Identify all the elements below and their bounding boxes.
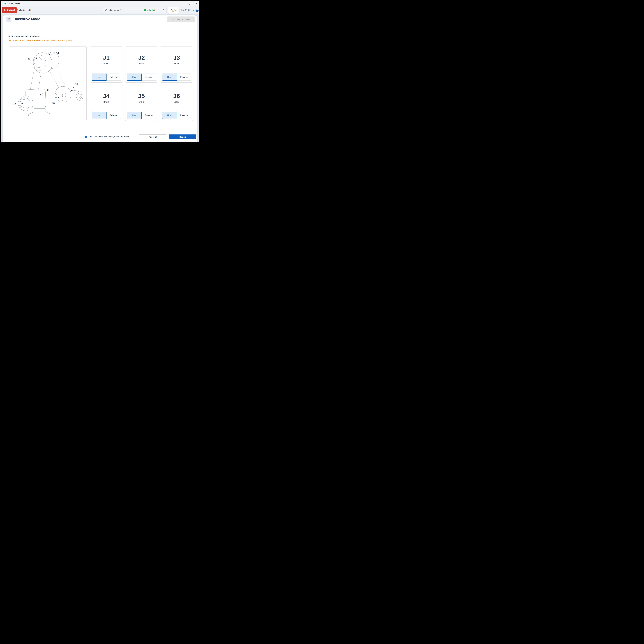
robot-selector-group: robot-param-01 aabaf86f [102,7,167,14]
open-file-button[interactable] [160,7,166,14]
info-icon [84,136,87,138]
title-bar: Dr.Dart-Platform [1,1,199,6]
hold-button-j2[interactable]: Hold [127,74,142,81]
maximize-button[interactable] [188,2,192,6]
diagram-label-j3: J3 [28,57,31,60]
warning-text: When the joint brake is released, the jo… [13,39,72,42]
j5-housing [53,85,73,104]
joint-card-j5: J5 Brake Hold Release [125,85,158,121]
joint-sub-label: Brake [90,62,123,65]
check-circle-icon [144,9,146,11]
tool-button[interactable]: Tool [168,7,179,14]
robot-selector[interactable]: robot-param-01 aabaf86f [102,7,160,14]
power-off-button[interactable]: Power Off [139,134,167,139]
joint-sub-label: Brake [160,101,193,103]
brake-toggle-j5: Hold Release [127,112,156,119]
joint-card-j2: J2 Brake Hold Release [125,46,158,83]
hold-button-j6[interactable]: Hold [162,112,177,119]
joint-card-j1: J1 Brake Hold Release [90,46,123,83]
toolbar: Special Backdrive Hold robot-param-01 aa… [1,6,199,14]
platform-swirl-icon[interactable] [195,9,199,12]
robot-name: robot-param-01 [108,9,122,11]
hold-button-j5[interactable]: Hold [127,112,142,119]
joint-name: J5 [125,92,158,99]
j2-housing [18,96,33,111]
clock[interactable]: PM 06:41 [180,6,190,14]
special-mode-badge[interactable]: Special [2,7,17,13]
app-logo-tile [4,2,7,5]
page-title: Backdrive Mode [14,17,40,21]
joint-name: J2 [125,54,158,61]
hold-button-j4[interactable]: Hold [92,112,107,119]
restart-button[interactable]: Restart [169,134,196,139]
chevron-down-icon[interactable] [156,9,158,12]
status-badge: aabaf86f [144,9,155,11]
app-title: Dr.Dart-Platform [8,1,20,6]
joint-name: J1 [90,54,123,61]
diagram-label-j4: J4 [56,52,59,55]
base-flange [28,112,51,116]
hand-guide-icon [3,8,6,12]
special-label: Special [7,9,15,11]
app-swirl-icon [4,2,6,5]
screenshot-frame: Dr.Dart-Platform Special Backdrive Hold … [0,0,200,143]
joint-card-grid: J1 Brake Hold Release J2 Brake Hold Rele… [90,46,193,121]
content-area: Backdrive Mode Backdrive Servo On Set th… [1,14,199,142]
tool-gripper-icon [170,9,173,12]
release-button-j6[interactable]: Release [177,112,191,119]
main-panel: Backdrive Mode Backdrive Servo On Set th… [3,15,197,142]
joint-name: J4 [90,92,123,99]
tool-warning-icon [172,10,174,12]
release-button-j5[interactable]: Release [142,112,156,119]
joint-sub-label: Brake [125,101,158,103]
release-button-j3[interactable]: Release [177,74,191,81]
joint-card-j3: J3 Brake Hold Release [160,46,193,83]
app-window: Dr.Dart-Platform Special Backdrive Hold … [1,1,199,142]
brake-toggle-j3: Hold Release [162,74,191,81]
brake-toggle-j1: Hold Release [92,74,121,81]
brake-toggle-j6: Hold Release [162,112,191,119]
warning-row: When the joint brake is released, the jo… [9,39,72,42]
scrollbar-thumb[interactable] [199,67,199,87]
robot-diagram: J1 J2 J3 J4 J5 J6 [9,46,87,121]
brake-toggle-j4: Hold Release [92,112,121,119]
joint-card-j4: J4 Brake Hold Release [90,85,123,121]
page-icon-tile [6,17,11,22]
safety-shield-icon[interactable] [192,9,195,12]
release-button-j1[interactable]: Release [107,74,121,81]
hold-button-j3[interactable]: Hold [162,74,177,81]
joint-sub-label: Brake [160,62,193,65]
instruction-text: Set the status of each joint brake. [9,35,40,37]
joint-name: J3 [160,54,193,61]
minimize-button[interactable] [180,2,184,6]
scrollbar[interactable] [199,14,199,142]
brake-toggle-j2: Hold Release [127,74,156,81]
wrench-icon [7,18,10,21]
diagram-label-j5: J5 [52,102,55,105]
joint-sub-label: Brake [90,101,123,103]
close-button[interactable] [195,2,199,6]
tool-label: Tool [174,9,177,11]
release-button-j2[interactable]: Release [142,74,156,81]
robot-arm-icon [104,9,107,12]
diagram-label-j1: J1 [46,88,50,91]
folder-open-icon [162,9,165,12]
hold-button-j1[interactable]: Hold [92,74,107,81]
joint-card-j6: J6 Brake Hold Release [160,85,193,121]
backdrive-hold-label: Backdrive Hold [17,6,31,14]
diagram-label-j2: J2 [13,102,16,105]
joint-sub-label: Brake [125,62,158,65]
diagram-label-j6: J6 [75,83,78,86]
warning-triangle-icon [9,39,11,42]
backdrive-servo-on-button[interactable]: Backdrive Servo On [167,16,195,22]
status-id: aabaf86f [147,9,155,11]
release-button-j4[interactable]: Release [107,112,121,119]
joint-name: J6 [160,92,193,99]
footer-note: To exit the backdrive mode, restart the … [89,134,129,139]
